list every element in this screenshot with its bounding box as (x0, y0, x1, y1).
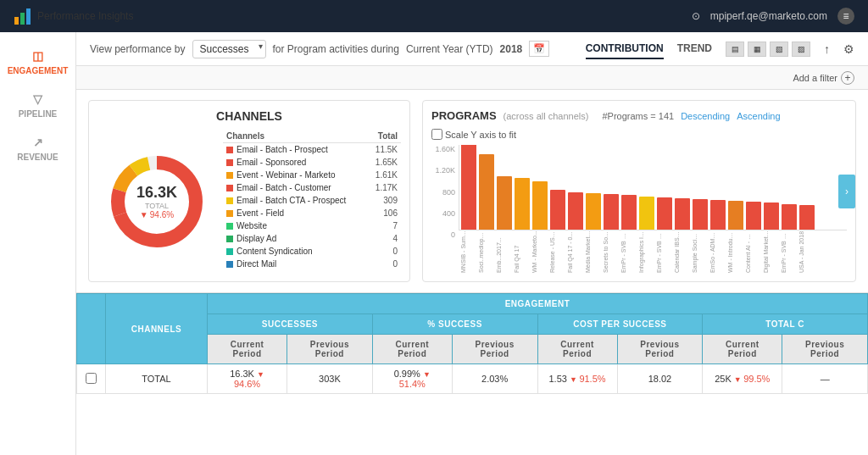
row-checkbox[interactable] (86, 373, 97, 384)
th-successes: SUCCESSES (208, 314, 373, 335)
sidebar-item-label-pipeline: PIPELINE (19, 109, 58, 119)
donut-label: TOTAL (136, 202, 177, 210)
programs-count: #Programs = 141 (602, 111, 674, 121)
bar[interactable] (693, 199, 708, 230)
bar-label: EmPr - SVB B2B... (656, 230, 671, 273)
sidebar-item-revenue[interactable]: ↗ REVENUE (0, 127, 75, 170)
view-icon-2[interactable]: ▦ (748, 42, 766, 57)
row-label: TOTAL (106, 364, 208, 394)
channel-row[interactable]: Direct Mail0 (223, 258, 401, 270)
channel-name: Event - Field (223, 207, 368, 219)
tab-contribution[interactable]: CONTRIBUTION (586, 39, 664, 59)
successes-select[interactable]: Successes (192, 40, 266, 58)
th-p-current[interactable]: Current Period (372, 335, 452, 364)
scale-axis-checkbox[interactable] (431, 129, 442, 140)
user-email: mpiperf.qe@marketo.com (710, 10, 827, 22)
bar[interactable] (586, 193, 601, 230)
logo-icon (14, 7, 32, 25)
t-previous-val: — (782, 364, 868, 394)
bar-label: Média Marketing... (585, 230, 600, 273)
bar[interactable] (461, 145, 476, 230)
donut-change: ▼ 94.6% (136, 210, 177, 219)
bar[interactable] (782, 204, 797, 230)
bar[interactable] (532, 181, 548, 230)
svg-rect-2 (26, 8, 31, 25)
bar-label: Infographics IBS... (638, 230, 654, 273)
bar[interactable] (639, 197, 654, 230)
bar[interactable] (479, 154, 494, 230)
app-title: Performance Insights (37, 10, 133, 22)
add-filter-circle[interactable]: + (841, 71, 854, 85)
scale-axis-text: Scale Y axis to fit (445, 130, 516, 140)
chart-next-btn[interactable]: › (838, 175, 855, 208)
channel-row[interactable]: Display Ad4 (223, 232, 401, 245)
sidebar-item-engagement[interactable]: ◫ ENGAGEMENT (0, 41, 75, 84)
channel-name: Display Ad (223, 232, 368, 245)
bar[interactable] (675, 198, 690, 230)
bar[interactable] (604, 194, 619, 230)
channel-row[interactable]: Content Syndication0 (223, 245, 401, 258)
channel-value: 7 (368, 219, 401, 232)
th-c-current[interactable]: Current Period (537, 335, 617, 364)
calendar-icon[interactable]: 📅 (529, 41, 549, 57)
view-icon-3[interactable]: ▧ (770, 42, 788, 57)
ch-col-name: Channels (223, 130, 368, 143)
channel-name: Email - Batch - Customer (223, 181, 368, 194)
th-pct-success: % SUCCESS (372, 314, 537, 335)
bar[interactable] (568, 192, 583, 230)
toolbar: View performance by Successes for Progra… (76, 32, 868, 66)
bar[interactable] (657, 197, 672, 230)
channel-row[interactable]: Email - Sponsored1.65K (223, 156, 401, 169)
th-channels: CHANNELS (106, 294, 208, 364)
row-checkbox-cell[interactable] (77, 364, 106, 394)
bar-label: Fail Q4 17 - 0... (567, 230, 582, 273)
channels-panel: CHANNELS (88, 100, 410, 282)
bar[interactable] (746, 202, 761, 230)
bar-label: WM - Introducing... (727, 230, 743, 273)
tab-trend[interactable]: TREND (677, 39, 712, 59)
channel-name: Email - Batch - Prospect (223, 143, 368, 157)
bar[interactable] (497, 176, 512, 230)
t-current-change: 99.5% (743, 374, 770, 384)
settings-icon[interactable]: ⚙ (843, 42, 854, 56)
bar[interactable] (621, 195, 637, 230)
successes-select-wrapper[interactable]: Successes (192, 40, 266, 58)
channel-row[interactable]: Email - Batch CTA - Prospect309 (223, 194, 401, 207)
pipeline-icon: ▽ (33, 92, 42, 106)
th-t-current[interactable]: Current Period (703, 335, 782, 364)
header: Performance Insights ⊙ mpiperf.qe@market… (0, 0, 868, 32)
bar[interactable] (799, 205, 815, 230)
menu-icon[interactable]: ≡ (837, 8, 854, 25)
view-icon-4[interactable]: ▨ (792, 42, 810, 57)
p-current-arrow: ▼ (423, 370, 431, 379)
sidebar: ◫ ENGAGEMENT ▽ PIPELINE ↗ REVENUE (0, 32, 76, 455)
channel-row[interactable]: Event - Field106 (223, 207, 401, 219)
add-filter-btn[interactable]: Add a filter + (793, 71, 854, 85)
table-area: CHANNELS ENGAGEMENT SUCCESSES % SUCCESS … (76, 293, 868, 455)
bar[interactable] (515, 178, 530, 230)
th-s-previous: Previous Period (287, 335, 373, 364)
filter-bar: Add a filter + (76, 66, 868, 90)
descending-btn[interactable]: Descending (681, 111, 730, 121)
bar[interactable] (550, 190, 565, 230)
channels-inner: 16.3K TOTAL ▼ 94.6% Channe (97, 130, 401, 273)
bar[interactable] (710, 200, 726, 230)
share-icon[interactable]: ↑ (824, 42, 830, 56)
channel-row[interactable]: Event - Webinar - Marketo1.61K (223, 169, 401, 181)
bar[interactable] (728, 201, 743, 230)
bar-label: Content AI - USA... (745, 230, 760, 273)
scale-axis-label[interactable]: Scale Y axis to fit (431, 129, 516, 140)
sidebar-item-pipeline[interactable]: ▽ PIPELINE (0, 84, 75, 127)
y-label-0: 0 (431, 230, 455, 239)
bar[interactable] (764, 203, 779, 230)
view-icon-1[interactable]: ▤ (726, 42, 744, 57)
th-engagement: ENGAGEMENT (208, 294, 868, 314)
channel-row[interactable]: Website7 (223, 219, 401, 232)
th-s-current[interactable]: Current Period (208, 335, 287, 364)
channel-row[interactable]: Email - Batch - Prospect11.5K (223, 143, 401, 157)
th-p-previous: Previous Period (452, 335, 537, 364)
channel-row[interactable]: Email - Batch - Customer1.17K (223, 181, 401, 194)
chart-inner: 1.60K 1.20K 800 400 0 MNSIB - Summ...Soc… (431, 145, 847, 273)
channel-value: 0 (368, 245, 401, 258)
ascending-btn[interactable]: Ascending (737, 111, 780, 121)
